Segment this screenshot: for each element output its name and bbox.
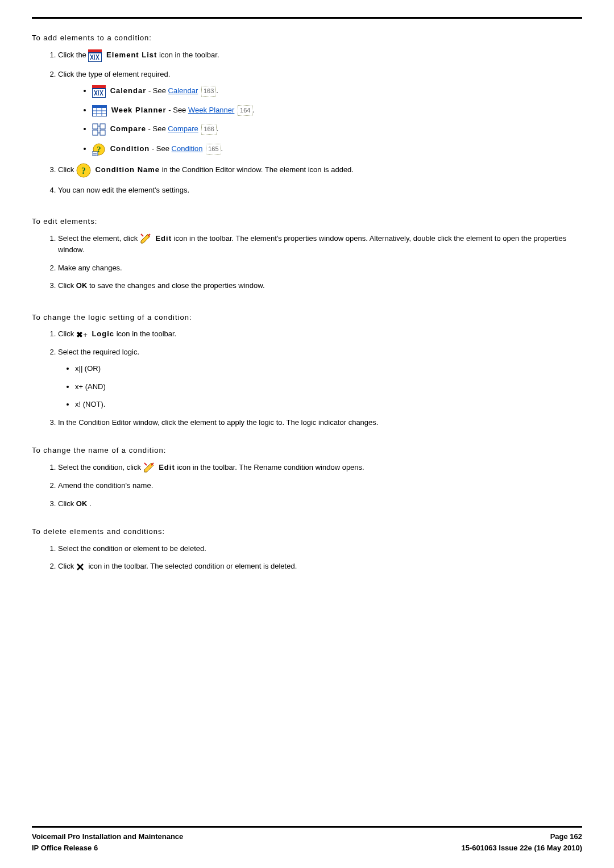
list-item: Calendar - See Calendar 163. (92, 85, 582, 98)
text: Select the required logic. (58, 348, 139, 356)
condition-name-icon: ? (76, 163, 91, 178)
icon-label: Element List (106, 51, 157, 59)
svg-line-28 (144, 463, 147, 465)
step: Make any changes. (58, 262, 582, 274)
label: Calendar (110, 86, 147, 95)
list-item: Compare - See Compare 166. (92, 123, 582, 136)
list-item: x|| (OR) (75, 363, 582, 374)
label: Compare (110, 124, 146, 133)
text: Select the condition or element to be de… (58, 544, 206, 553)
logic-icon: ✖+ (76, 331, 88, 339)
link-calendar[interactable]: Calendar (168, 86, 198, 95)
ok-label: OK (76, 499, 88, 508)
icon-label: Condition Name (95, 165, 160, 174)
svg-rect-1 (88, 53, 102, 62)
step: Amend the condition's name. (58, 480, 582, 491)
calendar-icon (92, 85, 106, 98)
text: Click (58, 281, 76, 290)
list-item: Week Planner - See Week Planner 164. (92, 105, 582, 116)
text: - See (152, 144, 172, 153)
text: . (89, 499, 92, 508)
svg-text:✖+: ✖+ (76, 331, 88, 339)
element-types: Calendar - See Calendar 163. (58, 85, 582, 156)
label: Week Planner (111, 106, 167, 114)
step: In the Condition Editor window, click th… (58, 417, 582, 428)
list-item: x+ (AND) (75, 381, 582, 393)
svg-rect-18 (92, 152, 98, 156)
step: Click OK . (58, 498, 582, 510)
text: icon in the toolbar. The Rename conditio… (177, 463, 364, 471)
step: Select the condition, click Edit icon in… (58, 462, 582, 474)
heading-edit-elements: To edit elements: (32, 216, 582, 227)
page-footer: Voicemail Pro Installation and Maintenan… (32, 826, 582, 853)
heading-add-elements: To add elements to a condition: (32, 32, 582, 44)
text: x! (NOT). (75, 400, 105, 408)
text: Click (58, 329, 76, 338)
text: icon in the toolbar. The selected condit… (88, 562, 297, 570)
page-ref: 163 (201, 86, 216, 97)
step: Click icon in the toolbar. The selected … (58, 561, 582, 572)
text: - See (148, 124, 168, 133)
heading-delete: To delete elements and conditions: (32, 526, 582, 537)
edit-icon (140, 233, 151, 244)
text: in the Condition Editor window. The elem… (162, 165, 354, 174)
footer-right-1: Page 162 (550, 831, 582, 842)
text: - See (148, 86, 168, 95)
step: Select the condition or element to be de… (58, 543, 582, 554)
page-ref: 164 (238, 105, 252, 116)
text: Select the element, click (58, 234, 140, 243)
change-name-steps: Select the condition, click Edit icon in… (32, 462, 582, 510)
text: icon in the toolbar. (159, 51, 219, 59)
add-elements-steps: Click the Element List icon in the toolb… (32, 49, 582, 196)
text: icon in the toolbar. (117, 329, 177, 338)
text: Click (58, 562, 76, 570)
text: You can now edit the element's settings. (58, 186, 189, 194)
icon-label: Edit (159, 463, 175, 471)
svg-text:?: ? (81, 166, 86, 176)
text: - See (168, 106, 188, 114)
compare-icon (92, 123, 106, 136)
svg-rect-12 (93, 130, 98, 135)
link-condition[interactable]: Condition (172, 144, 203, 153)
edit-icon (143, 462, 155, 473)
label: Condition (110, 144, 150, 153)
text: Click (58, 165, 76, 174)
svg-rect-11 (100, 124, 105, 129)
step: Click the Element List icon in the toolb… (58, 49, 582, 62)
link-week-planner[interactable]: Week Planner (188, 106, 234, 114)
text: Click the (58, 51, 88, 59)
delete-steps: Select the condition or element to be de… (32, 543, 582, 572)
step: Click the type of element required. Cale… (58, 69, 582, 156)
step: You can now edit the element's settings. (58, 185, 582, 196)
text: x+ (AND) (75, 382, 106, 391)
footer-left-2: IP Office Release 6 (32, 842, 98, 854)
text: Amend the condition's name. (58, 481, 153, 490)
icon-label: Logic (92, 329, 114, 338)
footer-right-2: 15-601063 Issue 22e (16 May 2010) (462, 842, 583, 854)
text: Make any changes. (58, 264, 122, 272)
page-ref: 165 (206, 144, 221, 155)
text: Select the condition, click (58, 463, 143, 471)
step: Click OK to save the changes and close t… (58, 280, 582, 291)
svg-line-24 (141, 234, 143, 236)
text: x|| (OR) (75, 364, 101, 373)
svg-rect-13 (100, 130, 105, 135)
ok-label: OK (76, 281, 88, 290)
text: Click (58, 499, 76, 508)
condition-icon: ? (92, 143, 106, 156)
step: Click ✖+ Logic icon in the toolbar. (58, 328, 582, 340)
link-compare[interactable]: Compare (168, 124, 198, 133)
delete-icon (76, 563, 84, 571)
icon-label: Edit (155, 234, 172, 243)
week-planner-icon (92, 105, 107, 116)
svg-rect-5 (92, 105, 107, 108)
svg-rect-10 (93, 124, 98, 129)
footer-left-1: Voicemail Pro Installation and Maintenan… (32, 831, 183, 842)
page-ref: 166 (201, 124, 216, 135)
edit-elements-steps: Select the element, click Edit icon in t… (32, 233, 582, 291)
list-item: ? Condition - See Condition 165. (92, 143, 582, 156)
logic-options: x|| (OR) x+ (AND) x! (NOT). (58, 363, 582, 410)
step: Select the required logic. x|| (OR) x+ (… (58, 347, 582, 410)
list-item: x! (NOT). (75, 399, 582, 410)
heading-change-name: To change the name of a condition: (32, 445, 582, 456)
